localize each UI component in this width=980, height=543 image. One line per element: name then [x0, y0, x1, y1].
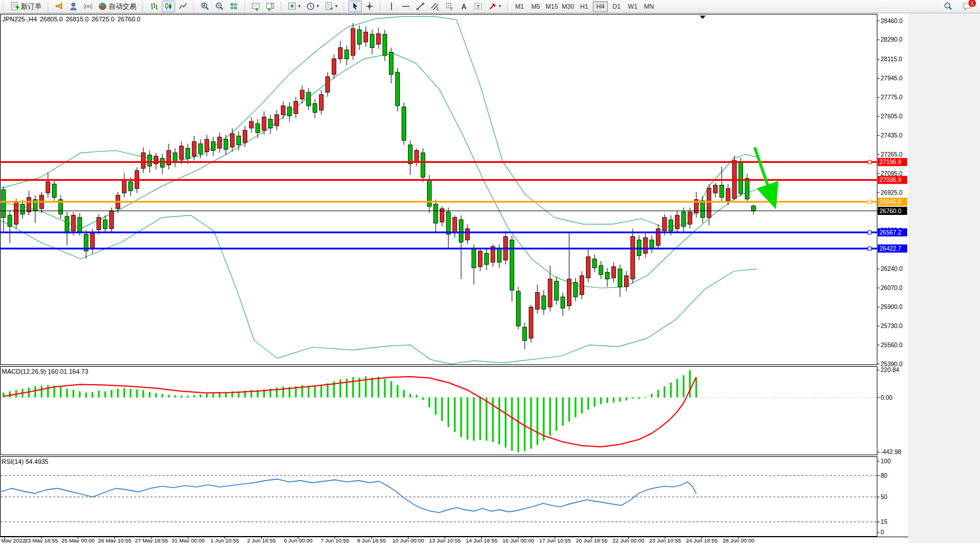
trendline-button[interactable] — [414, 1, 427, 12]
timeframe-w1-button[interactable]: W1 — [625, 1, 640, 12]
label-icon: T — [474, 2, 482, 11]
templates-button[interactable]: ▾ — [322, 1, 340, 12]
chart-canvas[interactable]: 28460.028290.028115.027945.027775.027605… — [0, 0, 980, 543]
vertical-line-button[interactable] — [385, 1, 398, 12]
dropdown-caret-icon: ▾ — [317, 4, 319, 9]
profile-button[interactable] — [67, 1, 80, 12]
candle — [383, 34, 387, 55]
candle — [675, 215, 680, 229]
candle — [663, 218, 667, 231]
fibonacci-icon: F — [445, 2, 454, 11]
macd-name: MACD(12,26,9) — [2, 368, 46, 375]
macd-axis-label: 0.00 — [881, 394, 893, 401]
time-axis-label: 16 Jun 00:00 — [503, 537, 534, 543]
timeframe-mn-button[interactable]: MN — [641, 1, 656, 12]
candle — [656, 229, 660, 246]
candle — [377, 34, 381, 44]
time-axis-label: 20 Jun 18:55 — [576, 537, 608, 543]
toolbar-right: 1 — [941, 1, 980, 12]
arrows-button[interactable]: ▾ — [486, 1, 503, 12]
candle — [218, 137, 222, 148]
tile-windows-button[interactable] — [227, 1, 240, 12]
candle — [313, 103, 317, 112]
candle — [682, 212, 686, 226]
candle — [358, 30, 362, 44]
timeframe-h4-button[interactable]: H4 — [593, 1, 608, 12]
candle — [250, 121, 254, 128]
text-button[interactable]: A — [457, 1, 470, 12]
bar-chart-icon — [150, 2, 158, 11]
signal-icon — [84, 2, 92, 11]
search-button[interactable] — [941, 1, 955, 12]
chart-shift-icon — [266, 2, 274, 11]
new-order-button[interactable]: 新订单 — [8, 1, 44, 12]
candlestick-button[interactable] — [162, 1, 175, 12]
horizontal-line-button[interactable] — [399, 1, 413, 12]
timeframe-h1-button[interactable]: H1 — [577, 1, 592, 12]
timeframe-m15-button[interactable]: M15 — [544, 1, 559, 12]
signal-button[interactable] — [81, 1, 95, 12]
indicators-button[interactable]: ▾ — [285, 1, 303, 12]
macd-axis-label: 220.84 — [881, 366, 899, 373]
cursor-button[interactable] — [348, 1, 362, 12]
price-line-label: 26567.2 — [879, 229, 901, 236]
candle — [231, 133, 235, 147]
toolbar-grip — [46, 2, 50, 11]
price-tick-label: 26070.0 — [881, 284, 903, 291]
line-handle[interactable] — [868, 247, 871, 250]
candle — [523, 327, 527, 340]
candle — [453, 218, 457, 233]
auto-scroll-button[interactable] — [249, 1, 262, 12]
right-margin — [908, 13, 980, 543]
rsi-axis-label: 100 — [881, 458, 891, 464]
candle — [631, 236, 635, 279]
line-chart-button[interactable] — [176, 1, 190, 12]
text-label-button[interactable]: T — [472, 1, 485, 12]
candle — [262, 117, 266, 130]
timeframe-d1-button[interactable]: D1 — [609, 1, 624, 12]
candle — [752, 206, 756, 211]
line-handle[interactable] — [868, 230, 871, 234]
trendline-icon — [416, 2, 425, 11]
toolbar-grip — [243, 2, 247, 11]
candle — [186, 148, 190, 158]
notifications-button[interactable]: 1 — [960, 1, 974, 12]
svg-text:T: T — [477, 4, 480, 10]
sound-alert-button[interactable] — [53, 1, 66, 12]
candle — [53, 184, 57, 198]
new-order-icon — [10, 2, 19, 11]
price-tick-label: 27265.0 — [881, 151, 903, 158]
timeframe-m1-button[interactable]: M1 — [512, 1, 527, 12]
timeframe-m30-button[interactable]: M30 — [560, 1, 576, 12]
time-axis-label: 23 Jun 10:55 — [649, 537, 681, 543]
auto-trading-button-label: 自动交易 — [109, 2, 136, 12]
line-handle[interactable] — [868, 160, 871, 163]
line-handle[interactable] — [868, 200, 871, 203]
periods-button[interactable]: ▾ — [304, 1, 321, 12]
ohlc-high: 26815.0 — [66, 16, 89, 23]
crosshair-button[interactable] — [363, 1, 376, 12]
candle — [14, 202, 18, 224]
candle — [173, 153, 177, 161]
auto-trading-button[interactable]: 自动交易 — [96, 1, 139, 12]
time-axis-label: 6 Jun 00:00 — [284, 537, 313, 543]
candle — [294, 101, 298, 113]
chart-shift-button[interactable] — [263, 1, 277, 12]
svg-text:F: F — [451, 7, 453, 11]
zoom-out-button[interactable] — [213, 1, 226, 12]
candle — [618, 269, 622, 287]
time-axis-label: 26 May 10:55 — [98, 537, 132, 543]
candle — [701, 201, 705, 218]
time-axis-label: May 2022 — [1, 537, 25, 543]
channel-button[interactable]: E — [428, 1, 441, 12]
zoom-in-button[interactable] — [198, 1, 211, 12]
candle — [332, 59, 336, 75]
bar-chart-button[interactable] — [147, 1, 161, 12]
rsi-indicator-label: RSI(14) 54.4935 — [2, 458, 49, 465]
price-line-label: 27036.9 — [879, 176, 901, 183]
candle — [21, 204, 25, 214]
timeframe-m5-button[interactable]: M5 — [528, 1, 543, 12]
fibonacci-button[interactable]: F — [443, 1, 456, 12]
candle — [142, 153, 146, 168]
candle — [421, 153, 425, 177]
